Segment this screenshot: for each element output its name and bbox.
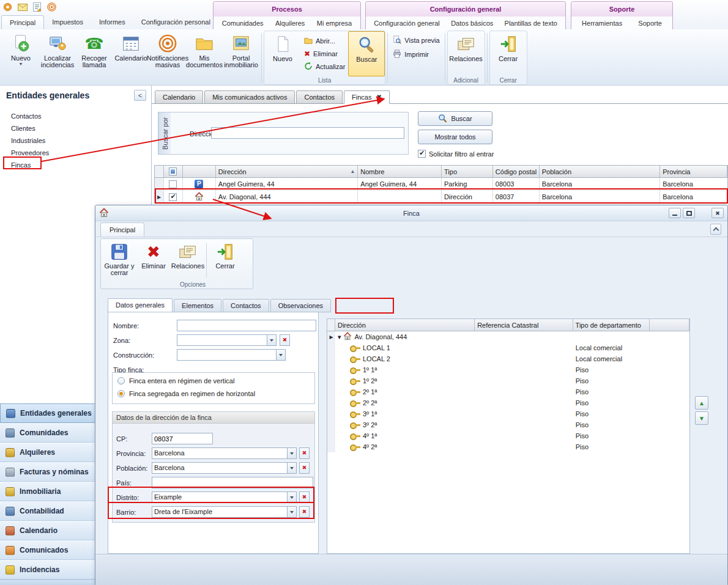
clear-provincia-icon[interactable]: ✖ [299, 447, 310, 459]
collapse-ribbon-button[interactable] [710, 224, 721, 235]
doc-tab-fincas[interactable]: Fincas ✖ [344, 90, 390, 104]
poblacion-combo[interactable]: Barcelona [152, 462, 297, 474]
direccion-search-input[interactable] [211, 127, 404, 139]
col-tipo[interactable]: Tipo [442, 166, 493, 177]
eliminar-button[interactable]: ✖ Eliminar [136, 241, 171, 280]
tab-impuestos[interactable]: Impuestos [44, 15, 91, 29]
mostrar-todos-button[interactable]: Mostrar todos [418, 130, 492, 144]
dropdown-icon[interactable] [287, 463, 296, 473]
finca-row[interactable]: P Angel Guimera, 44 Angel Guimera, 44 Pa… [154, 178, 728, 191]
tab-principal[interactable]: Principal [1, 15, 44, 29]
clear-barrio-icon[interactable]: ✖ [299, 506, 310, 518]
clear-poblacion-icon[interactable]: ✖ [299, 462, 310, 474]
tab-configuracion-personal[interactable]: Configuración personal [133, 15, 218, 29]
close-icon[interactable]: ✖ [711, 208, 724, 218]
portal-inmobiliario-button[interactable]: Portal inmobiliario [223, 31, 259, 85]
col-provincia[interactable]: Provincia [660, 166, 727, 177]
sidebar-item-proveedores[interactable]: Proveedores [11, 147, 151, 159]
departamento-row[interactable]: 4º 2ªPiso [327, 441, 689, 452]
nombre-input[interactable] [177, 320, 316, 331]
select-all-checkbox[interactable] [164, 166, 183, 177]
ribbon-tab-datos-basicos[interactable]: Datos básicos [451, 20, 493, 27]
ribbon-tab-plantillas[interactable]: Plantillas de texto [505, 20, 557, 27]
row-checkbox[interactable] [169, 193, 177, 201]
abrir-button[interactable]: Abrir... [304, 36, 345, 46]
departamento-row[interactable]: 4º 1ªPiso [327, 430, 689, 441]
departamento-row[interactable]: 2º 1ªPiso [327, 386, 689, 397]
ribbon-tab-alquileres[interactable]: Alquileres [275, 20, 305, 27]
buscar-button[interactable]: Buscar [348, 31, 385, 76]
dropdown-icon[interactable] [287, 507, 296, 517]
imprimir-button[interactable]: Imprimir [393, 50, 439, 59]
clear-zona-icon[interactable]: ✖ [280, 334, 290, 346]
cerrar-button[interactable]: Cerrar [208, 241, 242, 280]
nuevo-button[interactable]: Nuevo ▼ [2, 31, 39, 85]
mis-documentos-button[interactable]: Mis documentos [186, 31, 223, 85]
relaciones-button[interactable]: Relaciones [448, 31, 485, 76]
clear-distrito-icon[interactable]: ✖ [299, 491, 310, 503]
minimize-icon[interactable] [669, 208, 681, 218]
dropdown-icon[interactable] [287, 448, 296, 458]
close-tab-icon[interactable]: ✖ [376, 91, 381, 103]
departamento-row[interactable]: 1º 2ªPiso [327, 375, 689, 386]
dialog-tab-principal[interactable]: Principal [100, 223, 144, 237]
doc-tab-calendario[interactable]: Calendario [155, 90, 203, 104]
actualizar-button[interactable]: Actualizar [304, 62, 345, 72]
col-referencia-catastral[interactable]: Referencia Catastral [475, 319, 573, 331]
sidebar-item-industriales[interactable]: Industriales [11, 134, 151, 147]
buscar-search-button[interactable]: Buscar [418, 111, 492, 126]
icon-column-header[interactable] [183, 166, 216, 177]
notificaciones-masivas-button[interactable]: Notificaciones masivas [149, 31, 186, 85]
cp-input[interactable] [152, 433, 213, 444]
recoger-llamada-button[interactable]: ☎ Recoger llamada [76, 31, 113, 85]
finca-row-selected[interactable]: ▶ Av. Diagonal, 444 Dirección 08037 Barc… [154, 191, 728, 204]
departamento-row[interactable]: LOCAL 2Local comercial [327, 353, 689, 364]
note-icon[interactable] [32, 2, 42, 12]
expander-icon[interactable]: ▾ [338, 333, 341, 341]
move-up-button[interactable]: ▲ [695, 396, 708, 410]
dialog-titlebar[interactable]: Finca ✖ [95, 205, 727, 221]
zona-combo[interactable] [177, 334, 277, 346]
col-tipo-departamento[interactable]: Tipo de departamento [573, 319, 650, 331]
col-codigo-postal[interactable]: Código postal [493, 166, 540, 177]
parent-row[interactable]: ▶ ▾ Av. Diagonal, 444 [327, 331, 689, 342]
relaciones-button[interactable]: Relaciones [171, 241, 205, 280]
ribbon-tab-herramientas[interactable]: Herramientas [582, 20, 622, 27]
filter-on-enter-option[interactable]: Solicitar filtro al entrar [418, 150, 494, 158]
checkbox[interactable] [418, 150, 426, 158]
col-direccion[interactable]: Dirección [335, 319, 475, 331]
col-nombre[interactable]: Nombre [358, 166, 442, 177]
ribbon-tab-configuracion-general[interactable]: Configuración general [374, 20, 440, 27]
doc-tab-contactos[interactable]: Contactos [296, 90, 343, 104]
localizar-incidencias-button[interactable]: Localizar incidencias [39, 31, 76, 85]
radio-finca-vertical[interactable]: Finca entera en régimen de vertical [117, 377, 234, 384]
radio-icon[interactable] [117, 377, 125, 384]
provincia-combo[interactable]: Barcelona [152, 447, 297, 459]
tab-contactos[interactable]: Contactos [223, 299, 269, 312]
distrito-combo[interactable]: Eixample [152, 491, 297, 503]
departamento-row[interactable]: 1º 1ªPiso [327, 364, 689, 375]
row-checkbox[interactable] [169, 180, 177, 188]
vista-previa-button[interactable]: Vista previa [393, 35, 439, 45]
departamento-row[interactable]: LOCAL 1Local comercial [327, 342, 689, 353]
tab-elementos[interactable]: Elementos [174, 299, 221, 312]
departamento-row[interactable]: 2º 2ªPiso [327, 397, 689, 408]
eliminar-button[interactable]: ✖ Eliminar [304, 50, 345, 57]
ribbon-tab-soporte[interactable]: Soporte [638, 20, 662, 27]
maximize-icon[interactable] [683, 208, 695, 218]
sidebar-item-fincas[interactable]: Fincas [11, 159, 151, 171]
dropdown-icon[interactable] [276, 350, 285, 360]
pais-input[interactable] [152, 477, 313, 488]
departamento-row[interactable]: 3º 1ªPiso [327, 408, 689, 419]
doc-tab-comunicados[interactable]: Mis comunicados activos [204, 90, 295, 104]
departamento-row[interactable]: 3º 2ªPiso [327, 419, 689, 430]
radio-selected-icon[interactable] [117, 390, 125, 397]
dropdown-icon[interactable] [267, 335, 276, 345]
app-menu-icon[interactable] [2, 2, 13, 12]
nuevo-registro-button[interactable]: Nuevo [264, 31, 301, 76]
tab-datos-generales[interactable]: Datos generales [108, 298, 173, 312]
ribbon-tab-mi-empresa[interactable]: Mi empresa [317, 20, 352, 27]
construccion-combo[interactable] [177, 349, 286, 361]
guardar-y-cerrar-button[interactable]: Guardar y cerrar [102, 241, 136, 280]
mail-icon[interactable] [17, 2, 28, 12]
